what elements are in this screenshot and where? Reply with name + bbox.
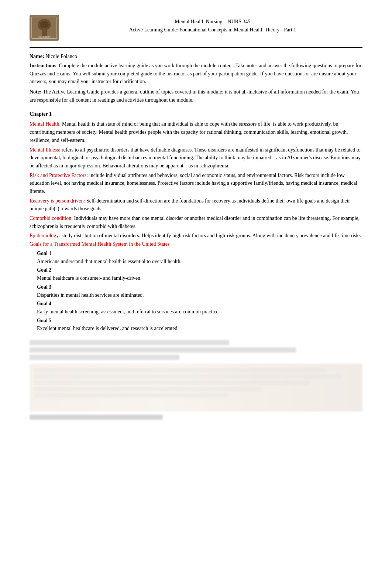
concept-text-0: Mental health is that state of mind or b…	[30, 121, 348, 143]
concept-block-1: Mental Illness: refers to all psychiatri…	[30, 146, 362, 170]
concept-text-1: refers to all psychiatric disorders that…	[30, 147, 361, 169]
instructions-block: Instructions: Complete the module active…	[30, 62, 362, 86]
chapter1-heading: Chapter 1	[30, 111, 362, 117]
goal-text-4: Excellent mental healthcare is delivered…	[37, 326, 179, 331]
instructions-label: Instructions	[30, 63, 56, 68]
name-label: Name:	[30, 54, 44, 59]
note-label: Note:	[30, 89, 42, 95]
concept-block-2: Risk and Protective Factors: include ind…	[30, 171, 362, 195]
guide-title: Active Learning Guide: Foundational Conc…	[63, 26, 362, 34]
goal-number-4: Goal 5	[37, 318, 51, 323]
concept-text-4: Individuals may have more than one menta…	[30, 215, 360, 229]
blurred-line-3	[30, 355, 179, 360]
logo-area: UNIVERSITY	[30, 15, 63, 41]
concept-title-4: Comorbid condition:	[30, 215, 73, 221]
note-block: Note: The Active Learning Guide provides…	[30, 88, 362, 104]
concept-title-2: Risk and Protective Factors:	[30, 173, 88, 178]
header-divider	[30, 47, 362, 48]
svg-text:UNIVERSITY: UNIVERSITY	[38, 36, 51, 38]
name-section: Name: Nicole Polanco	[30, 54, 362, 59]
concept-text-5: study distribution of mental disorders. …	[60, 233, 362, 238]
svg-point-1	[38, 19, 51, 31]
course-title: Mental Health Nursing – NURS 345	[63, 18, 362, 26]
concepts-container: Mental Health: Mental health is that sta…	[30, 120, 362, 240]
goal-item-3: Goal 4Early mental health screening, ass…	[37, 300, 362, 316]
concept-title-0: Mental Health:	[30, 121, 61, 127]
svg-point-2	[40, 21, 49, 28]
instructions-text: : Complete the module active learning gu…	[30, 63, 361, 84]
concept-block-5: Epidemiology: study distribution of ment…	[30, 232, 362, 240]
goal-item-4: Goal 5Excellent mental healthcare is del…	[37, 317, 362, 333]
goal-text-3: Early mental health screening, assessmen…	[37, 309, 220, 314]
svg-rect-3	[42, 30, 47, 36]
svg-rect-0	[31, 17, 57, 39]
goal-text-1: Mental healthcare is consumer- and famil…	[37, 275, 142, 281]
page-header: UNIVERSITY Mental Health Nursing – NURS …	[30, 15, 362, 41]
blurred-section	[30, 340, 362, 420]
blurred-text-area	[30, 340, 362, 360]
blurred-text-area-2	[30, 415, 362, 420]
header-text: Mental Health Nursing – NURS 345 Active …	[63, 15, 362, 34]
concept-title-1: Mental Illness:	[30, 147, 61, 153]
concept-block-0: Mental Health: Mental health is that sta…	[30, 120, 362, 144]
concept-block-3: Recovery is person driven: Self-determin…	[30, 197, 362, 213]
goal-number-1: Goal 2	[37, 267, 51, 273]
goal-text-2: Disparities in mental health services ar…	[37, 292, 144, 298]
goal-number-0: Goal 1	[37, 251, 51, 256]
note-text: The Active Learning Guide provides a gen…	[30, 89, 359, 103]
goal-item-2: Goal 3Disparities in mental health servi…	[37, 283, 362, 299]
goal-item-1: Goal 2Mental healthcare is consumer- and…	[37, 266, 362, 282]
blurred-image-block	[30, 364, 362, 412]
concept-block-4: Comorbid condition: Individuals may have…	[30, 214, 362, 230]
student-name: Nicole Polanco	[45, 54, 77, 59]
blurred-line-2	[30, 347, 296, 353]
goal-number-3: Goal 4	[37, 301, 51, 306]
goals-container: Goal 1Americans understand that mental h…	[30, 249, 362, 333]
goal-text-0: Americans understand that mental health …	[37, 259, 182, 264]
concept-title-3: Recovery is person driven:	[30, 198, 85, 204]
school-logo: UNIVERSITY	[30, 15, 59, 41]
blurred-line-1	[30, 340, 229, 345]
blurred-line-4	[30, 415, 163, 420]
goals-title: Goals for a Transformed Mental Health Sy…	[30, 241, 362, 247]
goal-number-2: Goal 3	[37, 284, 51, 290]
concept-title-5: Epidemiology:	[30, 233, 60, 238]
goal-item-0: Goal 1Americans understand that mental h…	[37, 249, 362, 265]
